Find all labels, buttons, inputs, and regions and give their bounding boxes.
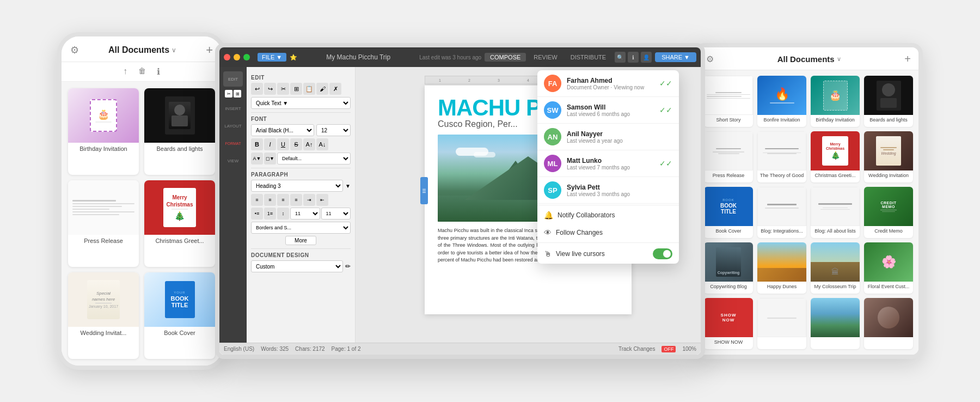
- share-button[interactable]: SHARE ▼: [655, 52, 696, 62]
- tablet-doc-birthday2[interactable]: 🎂 Birthday Invitation: [811, 76, 860, 127]
- track-changes-label: Track Changes: [618, 346, 655, 352]
- notify-collaborators-action[interactable]: 🔔 Notify Collaborators: [537, 206, 679, 224]
- tablet-doc-show-now[interactable]: SHOWNOW SHOW NOW: [704, 298, 753, 349]
- highlight-button[interactable]: ◻▼: [264, 153, 276, 165]
- tablet-gear-icon[interactable]: ⚙: [706, 54, 714, 64]
- phone-doc-press[interactable]: Press Release: [68, 180, 139, 267]
- tablet-doc-book2[interactable]: BOOK BOOKTITLE Book Cover: [704, 187, 753, 238]
- italic-button[interactable]: I: [264, 138, 276, 150]
- tablet-doc-floral[interactable]: 🌸 Floral Event Cust...: [864, 242, 913, 294]
- tablet-doc-press2[interactable]: Press Release: [704, 131, 753, 182]
- distribute-tab[interactable]: DISTRIBUTE: [565, 53, 611, 62]
- cursors-toggle[interactable]: [653, 248, 672, 259]
- paste-button[interactable]: 📋: [303, 83, 315, 95]
- spacing-select[interactable]: 11: [321, 208, 351, 220]
- cut-button[interactable]: ✂: [277, 83, 289, 95]
- info-toolbar-icon[interactable]: ℹ: [628, 52, 639, 63]
- align-right-button[interactable]: ≡: [277, 194, 289, 206]
- sidebar-insert[interactable]: INSERT: [223, 101, 243, 116]
- quick-text-select[interactable]: Quick Text ▼: [251, 97, 351, 109]
- phone-doc-book[interactable]: YOUR BOOK TITLE Book Cover: [144, 272, 215, 359]
- line-spacing-button[interactable]: ↕: [277, 208, 289, 220]
- copy-button[interactable]: ⊞: [290, 83, 302, 95]
- font-size-down-button[interactable]: A↓: [316, 138, 328, 150]
- user-info-matt: Matt Lunko Last viewed 7 months ago: [567, 157, 654, 170]
- phone-gear-icon[interactable]: ⚙: [70, 44, 79, 56]
- copy-icon[interactable]: ⊞: [234, 90, 241, 98]
- phone-title-arrow: ∨: [171, 46, 176, 54]
- cut-icon[interactable]: ✂: [225, 90, 232, 98]
- tablet-doc-blank1[interactable]: [757, 298, 806, 349]
- tablet-doc-christmas2[interactable]: Merry Christmas 🎄 Christmas Greeti...: [811, 131, 860, 182]
- tablet-doc-brown-circle[interactable]: [864, 298, 913, 349]
- font-family-select[interactable]: Arial Black (H...: [251, 124, 314, 136]
- tablet-doc-beards2-label: Beards and lights: [864, 115, 913, 125]
- align-left-button[interactable]: ≡: [251, 194, 263, 206]
- undo-button[interactable]: ↩: [251, 83, 263, 95]
- review-tab[interactable]: REVIEW: [528, 53, 562, 62]
- tablet-doc-travel-photo[interactable]: [811, 298, 860, 349]
- list-number-button[interactable]: 1≡: [264, 208, 276, 220]
- tablet-doc-copywriting[interactable]: Copywriting Copywriting Blog: [704, 242, 753, 294]
- sidebar-edit[interactable]: EDIT: [223, 71, 243, 87]
- tablet-doc-beards2[interactable]: Beards and lights: [864, 76, 913, 127]
- list-bullet-button[interactable]: •≡: [251, 208, 263, 220]
- follow-changes-action[interactable]: 👁 Follow Changes: [537, 224, 679, 241]
- selection-handle[interactable]: [420, 177, 428, 204]
- tablet-doc-theory[interactable]: The Theory of Good: [757, 131, 806, 182]
- text-color-button[interactable]: A▼: [251, 153, 263, 165]
- tablet-add-button[interactable]: +: [904, 53, 911, 65]
- search-icon[interactable]: 🔍: [615, 52, 626, 63]
- phone-share-icon[interactable]: ↑: [123, 66, 127, 77]
- tablet-doc-colosseum[interactable]: 🏛 My Colosseum Trip: [811, 242, 860, 294]
- font-size-select[interactable]: 12: [316, 124, 351, 136]
- underline-button[interactable]: U: [277, 138, 289, 150]
- user-status-farhan: Document Owner · Viewing now: [567, 84, 654, 90]
- phone-info-icon[interactable]: ℹ: [157, 66, 160, 77]
- design-edit-icon[interactable]: ✏: [345, 263, 351, 270]
- window-maximize-button[interactable]: [243, 54, 250, 60]
- tablet-doc-happy-dunes[interactable]: Happy Dunes: [757, 242, 806, 294]
- line-spacing-select[interactable]: 11: [290, 208, 320, 220]
- tablet-doc-blog-lists[interactable]: Blog: All about lists: [811, 187, 860, 238]
- phone-doc-birthday[interactable]: 🎂 Birthday Invitation: [68, 88, 139, 175]
- font-size-up-button[interactable]: A↑: [303, 138, 315, 150]
- window-minimize-button[interactable]: [234, 54, 240, 60]
- live-cursors-action[interactable]: 🖱 View live cursors: [537, 244, 679, 264]
- account-icon[interactable]: 👤: [641, 52, 652, 63]
- outdent-button[interactable]: ⇤: [316, 194, 328, 206]
- phone-doc-wedding[interactable]: Special names here January 10, 2017 Wedd…: [68, 272, 139, 359]
- tablet-doc-blog-int[interactable]: Blog: Integrations...: [757, 187, 806, 238]
- document-design-select[interactable]: Custom: [251, 260, 343, 272]
- window-close-button[interactable]: [224, 54, 230, 60]
- phone-add-button[interactable]: +: [206, 43, 213, 57]
- file-menu-button[interactable]: FILE ▼: [258, 53, 286, 62]
- sidebar-view[interactable]: VIEW: [223, 153, 243, 168]
- default-style-select[interactable]: Default...: [277, 153, 351, 165]
- more-button[interactable]: More: [285, 236, 316, 245]
- track-changes-off[interactable]: OFF: [661, 346, 676, 352]
- align-justify-button[interactable]: ≡: [290, 194, 302, 206]
- sidebar-layout[interactable]: LAYOUT: [223, 118, 243, 133]
- compose-tab[interactable]: COMPOSE: [485, 53, 526, 62]
- phone-doc-christmas[interactable]: Merry Christmas 🎄 Christmas Greet...: [144, 180, 215, 267]
- tablet-doc-short-story[interactable]: Short Story: [704, 76, 753, 127]
- phone-doc-beards[interactable]: Beards and lights: [144, 88, 215, 175]
- tablet-device: ⚙ All Documents ∨ + Short Story: [694, 43, 923, 359]
- document-title: My Machu Picchu Trip: [301, 53, 416, 61]
- align-center-button[interactable]: ≡: [264, 194, 276, 206]
- redo-button[interactable]: ↪: [264, 83, 276, 95]
- clear-format-button[interactable]: ✗: [329, 83, 341, 95]
- tablet-doc-wedding2[interactable]: Wedding Wedding Invitation: [864, 131, 913, 182]
- tablet-header: ⚙ All Documents ∨ +: [699, 47, 918, 70]
- borders-select[interactable]: Borders and S...: [251, 222, 351, 234]
- indent-button[interactable]: ⇥: [303, 194, 315, 206]
- strikethrough-button[interactable]: S: [290, 138, 302, 150]
- tablet-doc-credit-memo[interactable]: CREDITMEMO Credit Memo: [864, 187, 913, 238]
- format-paint-button[interactable]: 🖌: [316, 83, 328, 95]
- phone-trash-icon[interactable]: 🗑: [138, 66, 146, 77]
- bold-button[interactable]: B: [251, 138, 263, 150]
- tablet-doc-bonfire[interactable]: 🔥 Bonfire Invitation: [757, 76, 806, 127]
- sidebar-format[interactable]: FORMAT: [223, 136, 243, 151]
- paragraph-style-select[interactable]: Heading 3: [251, 180, 343, 192]
